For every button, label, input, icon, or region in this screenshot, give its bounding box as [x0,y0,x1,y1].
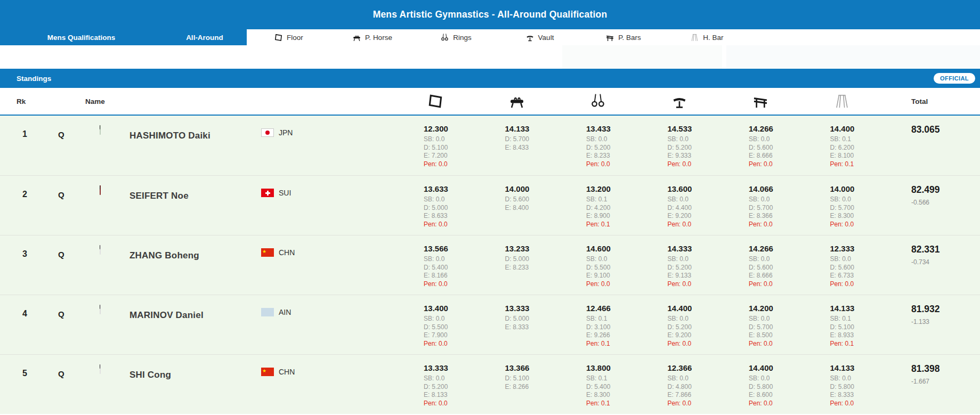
country-code: JPN [279,128,293,137]
tab-mens-qualifications[interactable]: Mens Qualifications [0,29,163,45]
athlete-name[interactable]: MARINOV Daniel [129,310,204,321]
standings-table-body: 1 Q HASHIMOTO Daiki JPN 12.300 SB: 0.0 D… [0,116,980,414]
apparatus-score: 14.200 [749,304,830,313]
pen-line: Pen: 0.0 [668,280,749,289]
pen-line: Pen: 0.1 [586,340,668,348]
tab-rings[interactable]: Rings [414,29,498,45]
tab-vault[interactable]: Vault [498,29,581,45]
tab-horizontal-bar[interactable]: H. Bar [665,29,749,45]
apparatus-score: 12.366 [668,363,749,372]
rings-icon [440,33,449,42]
sb-line: SB: 0.0 [424,196,505,204]
standings-title: Standings [17,75,51,83]
pommel-horse-icon [352,33,361,42]
vault-score-cell: 12.366 SB: 0.0 D: 4.800 E: 7.866 Pen: 0.… [668,355,749,414]
d-line: D: 5.700 [505,135,587,144]
sb-line: SB: 0.1 [830,135,912,144]
tab-floor[interactable]: Floor [247,29,330,45]
athlete-avatar [100,185,123,214]
rank-value: 1 [0,116,51,175]
athlete-cell[interactable]: SHI Cong [85,355,261,395]
standings-bar: Standings OFFICIAL [0,69,980,88]
apparatus-score: 14.133 [830,304,912,313]
d-line: D: 5.700 [830,204,912,213]
sb-line: SB: 0.0 [749,315,830,323]
tab-pommel-horse[interactable]: P. Horse [330,29,414,45]
tab-parallel-bars[interactable]: P. Bars [581,29,665,45]
sb-line: SB: 0.1 [830,315,912,323]
sb-line: SB: 0.0 [424,135,505,144]
d-line: D: 5.000 [505,255,587,264]
table-row[interactable]: 5 Q SHI Cong CHN 13.333 SB: 0.0 D: 5.200… [0,354,980,414]
athlete-cell[interactable]: SEIFERT Noe [85,176,261,216]
tab-label: Vault [538,34,554,42]
event-title-bar: Mens Artistic Gymnastics - All-Around Qu… [0,0,980,29]
table-row[interactable]: 1 Q HASHIMOTO Daiki JPN 12.300 SB: 0.0 D… [0,116,980,175]
pen-line: Pen: 0.0 [424,400,505,408]
apparatus-score: 13.600 [668,184,749,193]
d-line: D: 3.100 [586,323,668,332]
e-line: E: 8.666 [749,152,830,160]
apparatus-score: 12.333 [830,244,912,253]
apparatus-score: 14.600 [586,244,668,253]
country-cell: SUI [261,176,424,210]
country-code: AIN [279,308,291,316]
apparatus-score: 13.333 [424,363,505,372]
sb-line: SB: 0.0 [749,196,830,204]
e-line: E: 9.200 [668,331,749,340]
athlete-name[interactable]: ZHANG Boheng [129,250,199,261]
athlete-name[interactable]: HASHIMOTO Daiki [129,131,210,141]
tab-label: H. Bar [703,34,723,42]
table-row[interactable]: 2 Q SEIFERT Noe SUI 13.633 SB: 0.0 D: 5.… [0,175,980,235]
page-title: Mens Artistic Gymnastics - All-Around Qu… [373,9,608,20]
horizontal-bar-score-cell: 14.000 SB: 0.0 D: 5.700 E: 8.300 Pen: 0.… [830,176,912,235]
athlete-name[interactable]: SEIFERT Noe [129,191,189,201]
country-code: CHN [279,368,295,376]
apparatus-score: 14.266 [749,124,830,133]
pommel-horse-icon [508,93,525,110]
e-line: E: 8.433 [505,144,587,152]
parallel-bars-column-header [749,93,830,110]
table-row[interactable]: 4 Q MARINOV Daniel AIN 13.400 SB: 0.0 D:… [0,295,980,354]
e-line: E: 6.733 [830,272,912,280]
d-line: D: 5.100 [424,144,505,152]
d-line: D: 5.800 [830,383,912,392]
parallel-bars-score-cell: 14.200 SB: 0.0 D: 5.700 E: 8.500 Pen: 0.… [749,295,830,354]
athlete-cell[interactable]: MARINOV Daniel [85,295,261,336]
qualified-marker: Q [51,176,85,235]
e-line: E: 8.300 [586,391,668,400]
apparatus-score: 14.400 [668,304,749,313]
table-row[interactable]: 3 Q ZHANG Boheng CHN 13.566 SB: 0.0 D: 5… [0,235,980,295]
athlete-cell[interactable]: HASHIMOTO Daiki [85,116,261,156]
tab-all-around[interactable]: All-Around [163,29,247,45]
official-status-badge: OFFICIAL [934,73,975,84]
vault-score-cell: 13.600 SB: 0.0 D: 4.400 E: 9.200 Pen: 0.… [668,176,749,235]
apparatus-score: 14.000 [830,184,912,193]
total-score: 81.932 [911,304,980,315]
sb-line: SB: 0.0 [586,135,668,144]
parallel-bars-icon [752,93,769,110]
d-line: D: 5.600 [749,264,830,272]
pen-line: Pen: 0.0 [424,340,505,348]
pen-line: Pen: 0.0 [668,160,749,169]
country-code: CHN [279,248,295,257]
e-line: E: 8.933 [830,331,912,340]
d-line: D: 4.400 [668,204,749,213]
pommel-horse-column-header [505,93,587,110]
pen-line: Pen: 0.1 [586,221,668,229]
e-line: E: 9.266 [586,331,668,340]
pen-line: Pen: 0.1 [830,340,912,348]
apparatus-score: 13.366 [505,363,587,372]
rank-value: 3 [0,235,51,295]
d-line: D: 5.100 [830,323,912,332]
rings-icon [589,93,606,110]
vault-score-cell: 14.333 SB: 0.0 D: 5.200 E: 9.133 Pen: 0.… [668,235,749,295]
athlete-cell[interactable]: ZHANG Boheng [85,235,261,276]
athlete-name[interactable]: SHI Cong [129,370,171,380]
sb-line: SB: 0.0 [749,255,830,264]
d-line: D: 5.200 [668,144,749,152]
floor-column-header [424,93,505,110]
vault-column-header [668,93,749,110]
total-diff: -0.566 [911,199,980,206]
d-line: D: 5.200 [424,383,505,392]
